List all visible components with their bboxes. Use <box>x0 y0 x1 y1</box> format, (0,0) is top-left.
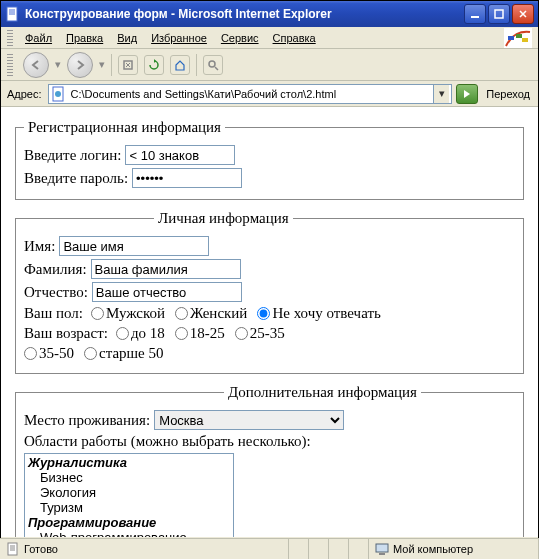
age-opt-c[interactable]: 25-35 <box>235 325 285 342</box>
surname-label: Фамилия: <box>24 261 87 278</box>
list-item[interactable]: Туризм <box>26 500 232 515</box>
stop-button[interactable] <box>118 55 138 75</box>
age-opt-a[interactable]: до 18 <box>116 325 165 342</box>
menu-help[interactable]: Справка <box>267 30 322 46</box>
svg-point-10 <box>55 91 61 97</box>
ie-logo-icon <box>504 28 532 48</box>
gender-opt-none[interactable]: Не хочу отвечать <box>257 305 380 322</box>
status-sep <box>329 539 349 559</box>
status-sep <box>349 539 369 559</box>
status-sep <box>289 539 309 559</box>
svg-rect-12 <box>376 544 388 552</box>
address-label: Адрес: <box>5 88 44 100</box>
password-input[interactable] <box>132 168 242 188</box>
name-label: Имя: <box>24 238 55 255</box>
svg-rect-6 <box>522 38 528 42</box>
address-bar: Адрес: ▾ Переход <box>1 81 538 107</box>
svg-point-8 <box>209 61 215 67</box>
fieldset-personal: Личная информация Имя: Фамилия: Отчество… <box>15 210 524 374</box>
page-content: Регистрационная информация Введите логин… <box>1 107 538 537</box>
list-group: Программирование <box>26 515 232 530</box>
name-input[interactable] <box>59 236 209 256</box>
status-sep <box>309 539 329 559</box>
password-label: Введите пароль: <box>24 170 128 187</box>
fieldset-extra: Дополнительная информация Место проживан… <box>15 384 524 537</box>
status-text: Готово <box>24 543 58 555</box>
work-listbox[interactable]: ЖурналистикаБизнесЭкологияТуризмПрограмм… <box>24 453 234 537</box>
legend-registration: Регистрационная информация <box>24 119 225 136</box>
gender-opt-female[interactable]: Женский <box>175 305 247 322</box>
close-button[interactable] <box>512 4 534 24</box>
go-button[interactable] <box>456 84 478 104</box>
refresh-button[interactable] <box>144 55 164 75</box>
window-title: Конструирование форм - Microsoft Interne… <box>25 7 464 21</box>
zone-text: Мой компьютер <box>393 543 473 555</box>
age-opt-b[interactable]: 18-25 <box>175 325 225 342</box>
login-label: Введите логин: <box>24 147 121 164</box>
legend-extra: Дополнительная информация <box>224 384 421 401</box>
list-group: Журналистика <box>26 455 232 470</box>
toolbar: ▾ ▾ <box>1 49 538 81</box>
gender-opt-male[interactable]: Мужской <box>91 305 165 322</box>
svg-rect-4 <box>508 36 514 40</box>
svg-rect-11 <box>8 543 17 555</box>
document-icon <box>6 542 20 556</box>
grip-icon <box>7 54 13 76</box>
patronymic-label: Отчество: <box>24 284 88 301</box>
age-opt-d[interactable]: 35-50 <box>24 345 74 362</box>
html-file-icon <box>51 86 67 102</box>
menu-view[interactable]: Вид <box>111 30 143 46</box>
minimize-button[interactable] <box>464 4 486 24</box>
age-label: Ваш возраст: <box>24 325 108 342</box>
statusbar: Готово Мой компьютер <box>0 538 539 559</box>
menu-tools[interactable]: Сервис <box>215 30 265 46</box>
work-label: Области работы (можно выбрать несколько)… <box>24 433 311 450</box>
list-item[interactable]: Web-программирование <box>26 530 232 537</box>
svg-rect-1 <box>471 16 479 18</box>
city-select[interactable]: Москва <box>154 410 344 430</box>
go-label: Переход <box>482 88 534 100</box>
list-item[interactable]: Бизнес <box>26 470 232 485</box>
ie-page-icon <box>5 6 21 22</box>
menubar: Файл Правка Вид Избранное Сервис Справка <box>1 27 538 49</box>
svg-rect-13 <box>379 553 385 555</box>
svg-rect-5 <box>516 34 522 38</box>
forward-button[interactable] <box>67 52 93 78</box>
maximize-button[interactable] <box>488 4 510 24</box>
titlebar: Конструирование форм - Microsoft Interne… <box>1 1 538 27</box>
list-item[interactable]: Экология <box>26 485 232 500</box>
computer-icon <box>375 542 389 556</box>
login-input[interactable] <box>125 145 235 165</box>
legend-personal: Личная информация <box>154 210 293 227</box>
address-dropdown-icon[interactable]: ▾ <box>433 85 449 103</box>
fieldset-registration: Регистрационная информация Введите логин… <box>15 119 524 200</box>
search-button[interactable] <box>203 55 223 75</box>
surname-input[interactable] <box>91 259 241 279</box>
grip-icon <box>7 30 13 46</box>
city-label: Место проживания: <box>24 412 150 429</box>
address-input[interactable] <box>69 88 434 100</box>
menu-favorites[interactable]: Избранное <box>145 30 213 46</box>
address-field-wrap[interactable]: ▾ <box>48 84 453 104</box>
menu-edit[interactable]: Правка <box>60 30 109 46</box>
menu-file[interactable]: Файл <box>19 30 58 46</box>
home-button[interactable] <box>170 55 190 75</box>
age-opt-e[interactable]: старше 50 <box>84 345 164 362</box>
svg-rect-2 <box>495 10 503 18</box>
gender-label: Ваш пол: <box>24 305 83 322</box>
patronymic-input[interactable] <box>92 282 242 302</box>
back-button[interactable] <box>23 52 49 78</box>
